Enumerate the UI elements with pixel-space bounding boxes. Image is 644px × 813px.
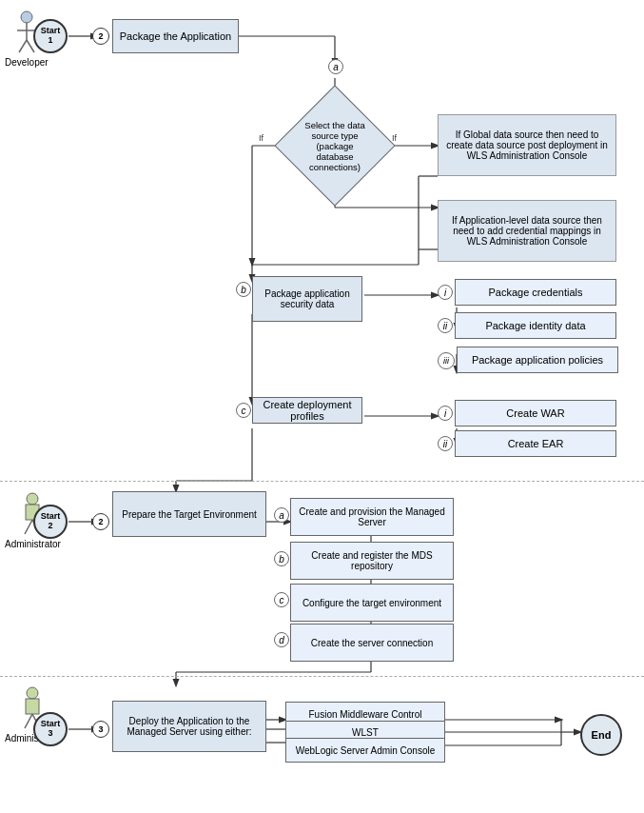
step-create-war: Create WAR	[455, 400, 616, 426]
svg-text:If: If	[392, 133, 398, 143]
svg-line-53	[25, 714, 32, 728]
note-app-label: If Application-level data source then ne…	[442, 215, 612, 247]
note-app-datasource: If Application-level data source then ne…	[438, 200, 616, 262]
svg-point-42	[21, 11, 32, 23]
step-deploy-app: Deploy the Application to the Managed Se…	[112, 701, 266, 752]
step-pkg-identity: Package identity data	[455, 312, 616, 339]
step-mds-repo: Create and register the MDS repository	[290, 542, 454, 580]
badge-b-label: b	[241, 285, 246, 295]
step1-box: Package the Application	[112, 19, 239, 53]
step3-num-badge: 3	[92, 721, 109, 738]
opt-wlst-label: WLST	[352, 727, 379, 738]
badge-ii2: ii	[438, 436, 453, 451]
step-server-connection-label: Create the server connection	[311, 638, 433, 648]
step-config-env: Configure the target environment	[290, 584, 454, 622]
step1-label: Package the Application	[120, 30, 231, 42]
step-config-env-label: Configure the target environment	[302, 598, 441, 608]
start-2-circle: Start2	[33, 505, 68, 539]
svg-line-49	[25, 520, 32, 534]
start-3-label: Start3	[41, 720, 61, 739]
opt-fusion-label: Fusion Middleware Control	[309, 709, 422, 720]
badge-i2: i	[438, 406, 453, 421]
step-deploy-profiles-label: Create deployment profiles	[253, 399, 361, 422]
note-global-datasource: If Global data source then need to creat…	[438, 114, 616, 176]
step-pkg-policies: Package application policies	[457, 347, 618, 373]
step-pkg-security: Package application security data	[252, 276, 362, 322]
start-3-circle: Start3	[33, 712, 68, 746]
start-1-circle: Start1	[33, 19, 68, 53]
step-deploy-profiles: Create deployment profiles	[252, 397, 362, 424]
svg-point-51	[27, 687, 38, 699]
badge-a2: a	[274, 507, 289, 523]
start-2-label: Start2	[41, 512, 61, 531]
step-pkg-credentials-label: Package credentials	[488, 287, 582, 298]
opt-weblogic: WebLogic Server Admin Console	[285, 738, 445, 763]
badge-b2: b	[274, 551, 289, 566]
step-create-ear: Create EAR	[455, 430, 616, 457]
badge-i1: i	[438, 285, 453, 300]
badge-ii1: ii	[438, 318, 453, 333]
step-create-war-label: Create WAR	[506, 407, 564, 419]
step1-badge: 2	[92, 28, 109, 45]
step-create-ear-label: Create EAR	[508, 438, 564, 449]
step-prepare-env-label: Prepare the Target Environment	[122, 509, 257, 520]
end-circle: End	[580, 714, 622, 756]
svg-text:If: If	[259, 133, 264, 143]
step2-num-badge: 2	[92, 513, 109, 530]
step-mds-repo-label: Create and register the MDS repository	[291, 550, 453, 571]
badge-d2: d	[274, 632, 289, 647]
step-deploy-app-label: Deploy the Application to the Managed Se…	[113, 716, 265, 737]
step-pkg-security-label: Package application security data	[253, 288, 361, 309]
actor-developer-label: Developer	[5, 57, 49, 68]
svg-point-47	[27, 493, 38, 505]
badge-c: c	[236, 403, 251, 418]
step-pkg-credentials: Package credentials	[455, 279, 616, 306]
svg-line-45	[19, 40, 27, 52]
badge-c2: c	[274, 592, 289, 607]
note-global-label: If Global data source then need to creat…	[442, 129, 612, 161]
step-prepare-env: Prepare the Target Environment	[112, 491, 266, 537]
start-1-label: Start1	[41, 27, 61, 46]
badge-b: b	[236, 282, 251, 297]
opt-weblogic-label: WebLogic Server Admin Console	[296, 745, 436, 756]
step-provision-server-label: Create and provision the Managed Server	[291, 506, 453, 527]
actor-admin1-label: Administrator	[5, 539, 61, 549]
svg-line-46	[27, 40, 34, 52]
step-provision-server: Create and provision the Managed Server	[290, 498, 454, 536]
svg-rect-52	[26, 699, 39, 714]
diamond-label: Select the data source type (package dat…	[292, 103, 378, 188]
step-pkg-identity-label: Package identity data	[485, 320, 585, 331]
badge-a1-label: a	[333, 62, 339, 72]
badge-iii: iii	[438, 352, 455, 369]
diamond-datasource: Select the data source type (package dat…	[292, 103, 378, 188]
step-server-connection: Create the server connection	[290, 624, 454, 662]
badge-a1: a	[328, 59, 343, 74]
step-pkg-policies-label: Package application policies	[472, 354, 603, 366]
end-label: End	[592, 729, 612, 741]
